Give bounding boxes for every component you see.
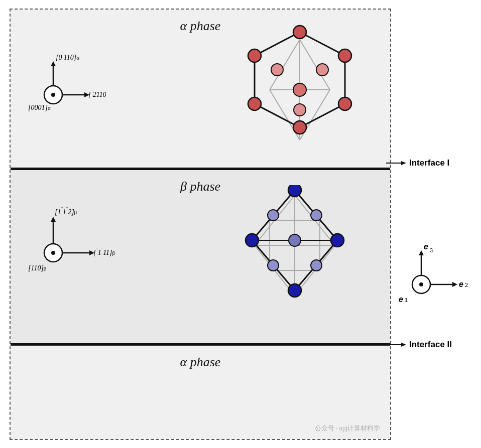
svg-point-52 bbox=[268, 210, 279, 221]
beta-axis-svg: [1‾1‾2]β [‾1‾11]β [110]β bbox=[26, 200, 116, 280]
interface2-label: Interface II bbox=[409, 340, 452, 350]
svg-point-17 bbox=[338, 49, 351, 62]
main-diagram: α phase [0‾110]α [‾2110]α [0001]α bbox=[10, 9, 391, 440]
svg-point-22 bbox=[293, 83, 306, 96]
svg-text:e: e bbox=[459, 280, 463, 288]
svg-point-24 bbox=[316, 64, 328, 76]
svg-point-27 bbox=[51, 251, 55, 255]
svg-point-53 bbox=[311, 210, 322, 221]
svg-marker-63 bbox=[419, 250, 424, 255]
watermark-text: 公众号 · npj计算材料学 bbox=[315, 424, 380, 433]
svg-marker-29 bbox=[51, 217, 56, 222]
interface2-arrow-icon bbox=[386, 342, 406, 348]
svg-text:e: e bbox=[399, 295, 403, 304]
beta-crystal-svg bbox=[229, 185, 360, 326]
svg-text:2: 2 bbox=[465, 282, 468, 288]
alpha-crystal-svg bbox=[234, 25, 365, 150]
svg-point-19 bbox=[293, 121, 306, 134]
alpha-top-section: α phase [0‾110]α [‾2110]α [0001]α bbox=[11, 10, 390, 170]
svg-point-23 bbox=[271, 64, 283, 76]
svg-point-61 bbox=[419, 282, 423, 286]
svg-text:[‾1‾11]β: [‾1‾11]β bbox=[93, 247, 115, 256]
interface1-label: Interface I bbox=[409, 158, 449, 168]
svg-text:[‾2110]α: [‾2110]α bbox=[88, 89, 106, 98]
outer-container: α phase [0‾110]α [‾2110]α [0001]α bbox=[10, 9, 471, 440]
svg-marker-59 bbox=[401, 343, 406, 347]
svg-text:[0‾110]α: [0‾110]α bbox=[56, 52, 79, 61]
svg-text:[110]β: [110]β bbox=[28, 264, 47, 272]
svg-point-49 bbox=[288, 284, 301, 297]
svg-text:[1‾1‾2]β: [1‾1‾2]β bbox=[55, 207, 77, 216]
alpha-axis-svg: [0‾110]α [‾2110]α [0001]α bbox=[26, 45, 106, 120]
alpha-bottom-section: α phase 公众号 · npj计算材料学 bbox=[11, 346, 390, 439]
svg-point-16 bbox=[293, 26, 306, 39]
right-panel: Interface I Interface II e 3 e bbox=[391, 9, 471, 440]
global-axis-svg: e 3 e 2 e 1 bbox=[396, 239, 471, 310]
interface1-arrow-icon bbox=[386, 160, 406, 166]
svg-marker-65 bbox=[452, 282, 457, 287]
interface2-container: Interface II bbox=[386, 340, 452, 350]
svg-text:[0001]α: [0001]α bbox=[28, 104, 51, 111]
svg-marker-57 bbox=[401, 161, 406, 165]
interface1-container: Interface I bbox=[386, 158, 449, 168]
svg-point-50 bbox=[246, 234, 259, 247]
beta-section: β phase [1‾1‾2]β [‾1‾11]β [110]β bbox=[11, 170, 390, 346]
svg-point-21 bbox=[248, 49, 261, 62]
svg-point-54 bbox=[268, 260, 279, 271]
svg-point-47 bbox=[288, 185, 301, 197]
svg-point-55 bbox=[311, 260, 322, 271]
alpha-bottom-title: α phase bbox=[11, 355, 390, 370]
svg-point-1 bbox=[51, 93, 55, 97]
svg-marker-3 bbox=[51, 61, 56, 66]
svg-point-18 bbox=[338, 97, 351, 110]
svg-text:3: 3 bbox=[430, 247, 433, 253]
svg-point-51 bbox=[289, 234, 301, 246]
svg-point-25 bbox=[294, 104, 306, 116]
svg-text:e: e bbox=[424, 242, 428, 251]
svg-point-48 bbox=[331, 234, 344, 247]
svg-text:1: 1 bbox=[405, 297, 408, 303]
svg-point-20 bbox=[248, 97, 261, 110]
